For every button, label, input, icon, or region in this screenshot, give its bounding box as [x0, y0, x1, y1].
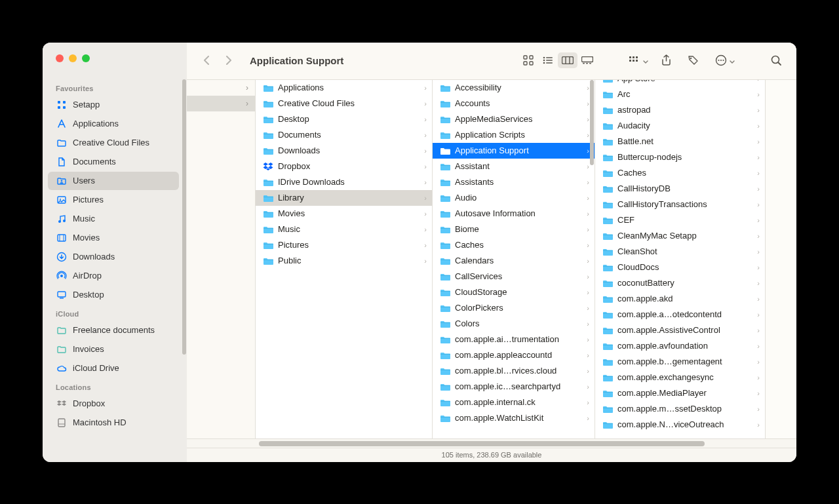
sidebar-item-ccfiles[interactable]: Creative Cloud Files	[48, 134, 179, 152]
folder-row[interactable]: Accessibility›	[433, 80, 595, 96]
icon-view-button[interactable]	[518, 52, 538, 68]
folder-row[interactable]: com.apple.akd›	[595, 291, 765, 307]
folder-icon	[602, 310, 614, 319]
sidebar-item-dropbox[interactable]: Dropbox	[48, 395, 179, 413]
folder-row[interactable]: CEF›	[595, 212, 765, 228]
horizontal-scrollbar[interactable]	[187, 438, 796, 448]
folder-row[interactable]: Public›	[256, 253, 432, 269]
sidebar-section-label: Locations	[43, 378, 184, 394]
sidebar-item-movies[interactable]: Movies	[48, 229, 179, 247]
folder-row[interactable]: App Store›	[595, 80, 765, 87]
folder-row[interactable]: Application Scripts›	[433, 127, 595, 143]
column-1-row[interactable]: ›	[187, 80, 255, 96]
folder-row[interactable]: CallHistoryDB›	[595, 181, 765, 197]
folder-row[interactable]: Downloads›	[256, 143, 432, 159]
folder-icon	[262, 256, 274, 265]
folder-row[interactable]: Desktop›	[256, 111, 432, 127]
folder-row[interactable]: ColorPickers›	[433, 300, 595, 316]
folder-row[interactable]: Pictures›	[256, 237, 432, 253]
gallery-view-button[interactable]	[577, 52, 597, 68]
column-3: Accessibility›Accounts›AppleMediaService…	[433, 80, 595, 438]
sidebar-item-music[interactable]: Music	[48, 210, 179, 228]
folder-row[interactable]: com.apple.WatchListKit›	[433, 410, 595, 426]
back-button[interactable]	[197, 52, 216, 68]
folder-row[interactable]: com.apple.ic…searchpartyd›	[433, 379, 595, 395]
folder-row[interactable]: CleanShot›	[595, 244, 765, 260]
folder-row[interactable]: astropad›	[595, 102, 765, 118]
folder-row[interactable]: Application Support›	[433, 143, 595, 159]
close-button[interactable]	[56, 54, 64, 62]
more-actions-button[interactable]	[711, 52, 731, 68]
folder-row[interactable]: CleanMyMac Setapp›	[595, 228, 765, 244]
folder-row[interactable]: Movies›	[256, 206, 432, 222]
folder-row[interactable]: com.apple.ai…trumentation›	[433, 332, 595, 347]
folder-row[interactable]: Caches›	[595, 165, 765, 181]
folder-row[interactable]: com.apple.AssistiveControl›	[595, 322, 765, 338]
forward-button[interactable]	[220, 52, 238, 68]
sidebar-item-users[interactable]: Users	[48, 172, 179, 190]
folder-row[interactable]: CallHistoryTransactions›	[595, 197, 765, 212]
folder-row[interactable]: CloudStorage›	[433, 284, 595, 300]
folder-row[interactable]: Audacity›	[595, 118, 765, 134]
folder-row[interactable]: com.apple.bl…rvices.cloud›	[433, 363, 595, 379]
folder-row[interactable]: Dropbox›	[256, 159, 432, 174]
folder-row[interactable]: com.apple.MediaPlayer›	[595, 385, 765, 401]
share-button[interactable]	[656, 52, 676, 68]
folder-row[interactable]: Assistants›	[433, 174, 595, 190]
folder-row[interactable]: com.apple.avfoundation›	[595, 338, 765, 354]
sidebar-item-airdrop[interactable]: AirDrop	[48, 267, 179, 285]
folder-row[interactable]: Colors›	[433, 316, 595, 332]
folder-row[interactable]: CloudDocs›	[595, 260, 765, 275]
folder-row[interactable]: CallServices›	[433, 269, 595, 284]
chevron-right-icon: ›	[757, 374, 760, 381]
folder-row[interactable]: coconutBattery›	[595, 275, 765, 291]
folder-row[interactable]: Calendars›	[433, 253, 595, 269]
sidebar-item-invoices[interactable]: Invoices	[48, 340, 179, 359]
folder-row[interactable]: Creative Cloud Files›	[256, 96, 432, 111]
folder-icon	[602, 420, 614, 429]
folder-row[interactable]: com.apple.exchangesync›	[595, 370, 765, 385]
tags-button[interactable]	[684, 52, 703, 68]
folder-row[interactable]: com.apple.a…otedcontentd›	[595, 307, 765, 322]
folder-row[interactable]: IDrive Downloads›	[256, 174, 432, 190]
zoom-button[interactable]	[82, 54, 90, 62]
folder-row[interactable]: Audio›	[433, 190, 595, 206]
folder-name: App Store	[617, 80, 753, 84]
search-button[interactable]	[766, 52, 786, 68]
folder-row[interactable]: com.apple.N…viceOutreach›	[595, 417, 765, 433]
group-by-button[interactable]	[625, 52, 644, 68]
sidebar-item-pictures[interactable]: Pictures	[48, 191, 179, 209]
folder-row[interactable]: Autosave Information›	[433, 206, 595, 222]
sidebar-item-applications[interactable]: Applications	[48, 115, 179, 133]
folder-row[interactable]: com.apple.internal.ck›	[433, 395, 595, 410]
folder-row[interactable]: Arc›	[595, 87, 765, 102]
folder-name: Battle.net	[617, 136, 753, 146]
folder-row[interactable]: Documents›	[256, 127, 432, 143]
folder-row[interactable]: Assistant›	[433, 159, 595, 174]
folder-row[interactable]: Music›	[256, 222, 432, 237]
folder-row[interactable]: Battle.net›	[595, 134, 765, 149]
column-2: Applications›Creative Cloud Files›Deskto…	[256, 80, 433, 438]
sidebar-item-desktop[interactable]: Desktop	[48, 286, 179, 304]
folder-row[interactable]: Caches›	[433, 237, 595, 253]
folder-row[interactable]: Applications›	[256, 80, 432, 96]
sidebar-item-setapp[interactable]: Setapp	[48, 96, 179, 114]
folder-row[interactable]: com.apple.b…gementagent›	[595, 354, 765, 370]
sidebar-item-iclouddrive[interactable]: iCloud Drive	[48, 359, 179, 378]
sidebar-item-macintoshhd[interactable]: Macintosh HD	[48, 414, 179, 432]
sidebar-item-freelance[interactable]: Freelance documents	[48, 321, 179, 339]
minimize-button[interactable]	[69, 54, 77, 62]
folder-row[interactable]: AppleMediaServices›	[433, 111, 595, 127]
folder-row[interactable]: com.apple.appleaccountd›	[433, 347, 595, 363]
sidebar-item-documents[interactable]: Documents	[48, 153, 179, 171]
folder-row[interactable]: Biome›	[433, 222, 595, 237]
folder-row[interactable]: Buttercup-nodejs›	[595, 149, 765, 165]
list-view-button[interactable]	[538, 52, 558, 68]
column-view-button[interactable]	[558, 52, 577, 68]
sidebar-item-downloads[interactable]: Downloads	[48, 248, 179, 266]
folder-row[interactable]: com.apple.m…ssetDesktop›	[595, 401, 765, 417]
folder-row[interactable]: Accounts›	[433, 96, 595, 111]
folder-row[interactable]: Library›	[256, 190, 432, 206]
column-1-row[interactable]: ›	[187, 96, 255, 111]
svg-rect-33	[63, 106, 66, 109]
